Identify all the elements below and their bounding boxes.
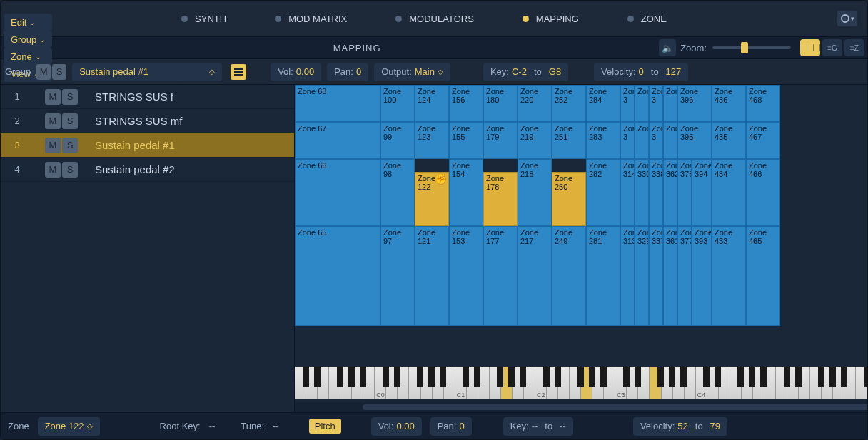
zone-cell[interactable]: Zone 393 [692, 226, 712, 326]
piano-key-black[interactable] [784, 367, 790, 387]
view-keyboard-button[interactable]: ⎹⎹⎹ [800, 39, 820, 56]
piano-key-black[interactable] [669, 367, 675, 387]
zone-grid[interactable]: Zone 65Zone 97Zone 121Zone 153Zone 177Zo… [295, 85, 867, 412]
zone-cell[interactable]: Zone [635, 85, 649, 122]
zone-cell[interactable]: Zone 361 [663, 226, 677, 326]
zone-cell[interactable]: Zone3 [635, 122, 649, 159]
list-icon-button[interactable] [231, 64, 246, 80]
zone-cell[interactable]: Zone 124 [415, 85, 449, 122]
piano-key-black[interactable] [348, 367, 355, 387]
zone-cell[interactable]: Zone 362 [663, 159, 677, 226]
zone-cell[interactable]: Zone 282 [586, 159, 620, 226]
zone-cell[interactable]: Zone 3 [620, 122, 635, 159]
zone-cell[interactable]: Zone 178 [483, 172, 518, 226]
piano-key[interactable] [490, 367, 501, 399]
zone-cell[interactable]: Zone 66 [295, 159, 380, 226]
piano-key-black[interactable] [715, 367, 721, 387]
zone-cell[interactable]: Zone 219 [518, 122, 552, 159]
piano-key-black[interactable] [314, 367, 321, 387]
mute-button[interactable]: M [45, 138, 61, 153]
zone-pan-field[interactable]: Pan:0 [430, 417, 472, 436]
zone-cell[interactable]: Zone 122✊ [415, 172, 449, 226]
piano-key-black[interactable] [577, 367, 584, 387]
keyboard[interactable]: C0C1C2C3C4 [295, 367, 867, 399]
piano-key-black[interactable] [463, 367, 469, 387]
zone-cell[interactable]: Zone 433 [712, 226, 746, 326]
zone-cell[interactable]: Zone 217 [518, 226, 552, 326]
settings-button[interactable]: ▾ [837, 11, 857, 26]
zone-cell[interactable]: Zone [663, 85, 677, 122]
piano-key[interactable]: C0 [375, 367, 386, 399]
volume-field[interactable]: Vol:0.00 [271, 63, 321, 81]
zone-cell[interactable]: Zone 329 [635, 226, 649, 326]
piano-key-black[interactable] [394, 367, 400, 387]
zone-cell[interactable]: Zone 153 [449, 226, 483, 326]
piano-key-black[interactable] [474, 367, 480, 387]
piano-key-black[interactable] [303, 367, 309, 387]
group-row[interactable]: 3MSSustain pedal #1 [1, 133, 294, 158]
zone-key-field[interactable]: Key:--to-- [503, 417, 573, 436]
zone-cell[interactable]: Zone 251 [552, 122, 586, 159]
key-range-field[interactable]: Key:C-2toG8 [483, 63, 568, 81]
zone-cell[interactable]: Zone 177 [483, 226, 518, 326]
piano-key-black[interactable] [749, 367, 755, 387]
piano-key-black[interactable] [623, 367, 630, 387]
zone-cell[interactable]: Zone 249 [552, 226, 586, 326]
zone-cell[interactable]: Zone 436 [712, 85, 746, 122]
zone-cell[interactable]: Zone 395 [677, 122, 712, 159]
zone-cell[interactable]: Zone 468 [746, 85, 780, 122]
piano-key-black[interactable] [555, 367, 561, 387]
zone-cell[interactable]: Zone 97 [380, 226, 415, 326]
zone-cell[interactable]: Zone 283 [586, 122, 620, 159]
piano-key-black[interactable] [520, 367, 526, 387]
velocity-range-field[interactable]: Velocity:0to127 [594, 63, 688, 81]
zone-cell[interactable]: Zone 250 [552, 172, 586, 226]
piano-key[interactable] [856, 367, 867, 399]
piano-key-black[interactable] [737, 367, 744, 387]
zone-cell[interactable]: Zone 252 [552, 85, 586, 122]
zone-cell[interactable]: Zone 337 [649, 226, 663, 326]
view-zone-button[interactable]: ≡Z [844, 39, 864, 56]
pan-field[interactable]: Pan:0 [327, 63, 368, 81]
piano-key[interactable] [650, 367, 661, 399]
piano-key[interactable] [810, 367, 822, 399]
mute-button[interactable]: M [45, 113, 61, 129]
piano-key-black[interactable] [417, 367, 423, 387]
speaker-button[interactable]: 🔈 [659, 39, 676, 56]
group-name-select[interactable]: Sustain pedal #1 ◇ [72, 63, 222, 81]
zone-cell[interactable]: Zone 467 [746, 122, 780, 159]
output-field[interactable]: Output:Main◇ [374, 63, 450, 81]
zone-cell[interactable]: Zone 179 [483, 122, 518, 159]
zone-cell[interactable]: Zone 98 [380, 159, 415, 226]
zone-cell[interactable]: Zone 284 [586, 85, 620, 122]
solo-button[interactable]: S [62, 89, 78, 105]
piano-key[interactable]: C3 [615, 367, 627, 399]
zone-cell[interactable]: Zone 68 [295, 85, 380, 122]
zone-cell[interactable]: Zone 155 [449, 122, 483, 159]
zone-cell[interactable]: Zone 378 [677, 159, 692, 226]
piano-key[interactable] [730, 367, 742, 399]
piano-key-black[interactable] [864, 367, 867, 387]
zone-cell[interactable]: Zone [663, 122, 677, 159]
zone-cell[interactable]: Zone 3 [649, 122, 663, 159]
piano-key-black[interactable] [360, 367, 366, 387]
zone-cell[interactable]: Zone 67 [295, 122, 380, 159]
piano-key-black[interactable] [680, 367, 687, 387]
zone-cell[interactable]: Zone 330 [635, 159, 649, 226]
mute-button[interactable]: M [45, 89, 61, 105]
zone-cell[interactable]: Zone 396 [677, 85, 712, 122]
zone-cell[interactable]: Zone 123 [415, 122, 449, 159]
piano-key[interactable] [776, 367, 787, 399]
zone-cell[interactable]: Zone 465 [746, 226, 780, 326]
nav-tab-mapping[interactable]: MAPPING [513, 8, 589, 30]
piano-key-black[interactable] [428, 367, 435, 387]
zone-cell[interactable]: Zone 218 [518, 159, 552, 226]
piano-key[interactable] [295, 367, 306, 399]
zone-cell[interactable]: Zone 394 [692, 159, 712, 226]
edit-menu[interactable]: Edit⌄ [4, 14, 52, 31]
zone-cell[interactable]: Zone 466 [746, 159, 780, 226]
zone-cell[interactable]: Zone 314 [620, 159, 635, 226]
piano-key[interactable]: C2 [535, 367, 547, 399]
zoom-slider[interactable] [712, 46, 791, 49]
zone-velocity-field[interactable]: Velocity:52to79 [633, 417, 727, 436]
